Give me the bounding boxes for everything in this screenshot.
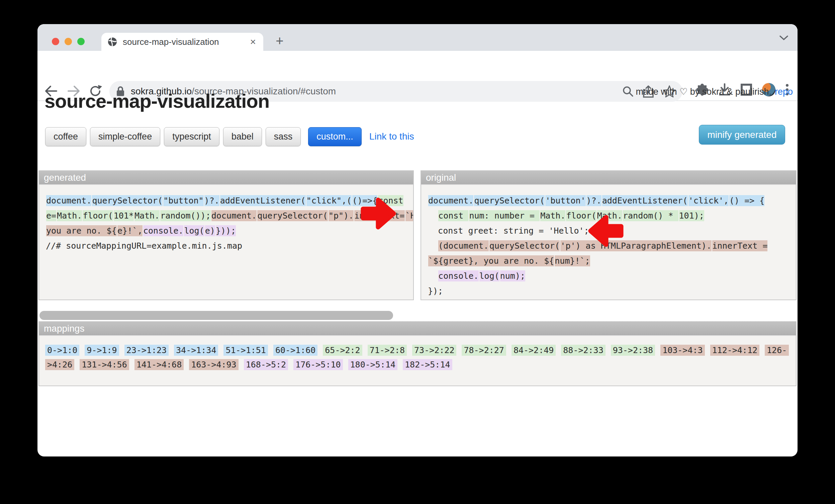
code-segment[interactable]: querySelector( [474,195,545,206]
mapping-chip[interactable]: 0->1:0 [45,345,79,356]
mapping-chip[interactable]: 71->2:8 [368,345,407,356]
code-segment[interactable]: e) [205,225,215,236]
code-segment[interactable]: num}!`; [555,255,590,266]
new-tab-button[interactable]: + [272,32,288,50]
zoom-magnifier-icon[interactable] [622,86,634,97]
code-segment[interactable]: 'button' [545,195,586,206]
mapping-chip[interactable]: 103->4:3 [660,345,705,356]
code-segment[interactable]: () => { [729,195,765,206]
tab-source-map-visualization[interactable]: source-map-visualization × [101,33,263,51]
code-segment[interactable]: e= [46,210,56,221]
code-segment[interactable]: num); [500,270,525,281]
mappings-row: 0->1:09->1:923->1:2334->1:3451->1:5160->… [45,345,790,356]
code-segment[interactable]: 'p') as HTMLParagraphElement). [561,240,712,251]
link-to-this[interactable]: Link to this [369,131,414,142]
code-segment[interactable]: "click",( [306,195,352,206]
mapping-chip[interactable]: 9->1:9 [85,345,119,356]
mapping-chip[interactable]: 163->4:93 [189,359,238,370]
code-segment[interactable]: log( [184,225,204,236]
minify-generated-button[interactable]: minify generated [699,125,785,145]
code-segment[interactable]: console. [438,270,478,281]
zoom-window-button[interactable] [77,38,85,45]
code-segment[interactable]: })); [216,225,236,236]
code-segment[interactable]: querySelector( [489,240,560,251]
mapping-chip[interactable]: 84->2:49 [511,345,556,356]
example-button-babel[interactable]: babel [223,127,262,146]
mapping-chip[interactable]: 93->2:38 [611,345,655,356]
tab-strip: source-map-visualization × + [38,24,797,51]
mapping-chip[interactable]: 78->2:27 [462,345,506,356]
example-button-custom[interactable]: custom... [308,127,362,146]
horizontal-scrollbar-thumb[interactable] [39,311,393,320]
code-segment[interactable]: addEventListener( [602,195,688,206]
code-segment[interactable]: console. [143,225,183,236]
code-segment[interactable]: addEventListener( [220,195,306,206]
close-window-button[interactable] [52,38,59,45]
browser-window: source-map-visualization × + sokra.gith [38,24,797,457]
code-segment[interactable]: Math. [540,210,565,221]
mappings-list: 0->1:09->1:923->1:2334->1:3451->1:5160->… [39,336,796,382]
code-line: //# sourceMappingURL=example.min.js.map [46,238,406,253]
mapping-chip[interactable]: 73->2:22 [412,345,456,356]
code-segment[interactable]: e}!`, [117,225,143,236]
code-segment[interactable]: 101* [114,210,134,221]
code-segment[interactable]: you are no. ${ [46,225,117,236]
code-segment[interactable]: num: number = [469,210,539,221]
close-tab-icon[interactable]: × [248,37,257,47]
mapping-chip[interactable]: 180->5:14 [348,359,398,370]
globe-favicon-icon [107,37,117,47]
code-text [428,270,438,281]
code-segment[interactable]: document. [211,210,257,221]
mapping-chip[interactable]: 141->4:68 [135,359,184,370]
mapping-chip[interactable]: 182->5:14 [403,359,452,370]
example-button-simple-coffee[interactable]: simple-coffee [90,127,160,146]
code-segment[interactable]: )?. [587,195,602,206]
code-segment[interactable]: (document. [438,240,489,251]
code-segment[interactable]: 'click', [689,195,729,206]
page-title: source-map-visualization [44,90,269,112]
code-segment[interactable]: random()); [160,210,211,221]
mapping-chip[interactable]: 60->1:60 [273,345,318,356]
code-segment[interactable]: `He [405,210,413,221]
code-segment[interactable]: floor( [83,210,113,221]
code-segment[interactable]: const [438,210,468,221]
example-button-sass[interactable]: sass [266,127,301,146]
mapping-chip[interactable]: >4:26 [45,359,74,370]
chevron-down-icon[interactable] [779,35,789,41]
code-line: }); [428,283,789,299]
mapping-chip[interactable]: 51->1:51 [223,345,268,356]
code-segment[interactable]: innerText = [712,240,768,251]
code-segment[interactable]: querySelector( [92,195,163,206]
code-line: document.querySelector('button')?.addEve… [428,193,789,208]
code-segment[interactable]: querySelector( [257,210,328,221]
code-segment[interactable]: document. [428,195,473,206]
example-button-typescript[interactable]: typescript [164,127,220,146]
generated-code[interactable]: document.querySelector("button")?.addEve… [39,185,413,261]
code-segment[interactable]: Math. [57,210,82,221]
mapping-chip[interactable]: 131->4:56 [80,359,129,370]
mapping-chip[interactable]: 168->5:2 [244,359,288,370]
code-line: you are no. ${e}!`,console.log(e)})); [46,223,406,238]
mapping-chip[interactable]: 34->1:34 [174,345,218,356]
code-segment[interactable]: "button" [163,195,203,206]
repo-link[interactable]: repo [775,87,793,97]
mapping-chip[interactable]: 126- [765,345,789,356]
example-button-coffee[interactable]: coffee [45,127,86,146]
mapping-chip[interactable]: 88->2:33 [561,345,605,356]
tab-title: source-map-visualization [123,37,248,47]
code-line: console.log(num); [428,268,789,283]
code-segment[interactable]: random() * [623,210,678,221]
minimize-window-button[interactable] [65,38,72,45]
code-segment[interactable]: document. [46,195,91,206]
code-segment[interactable]: log( [480,270,500,281]
mapping-chip[interactable]: 23->1:23 [124,345,169,356]
code-segment[interactable]: Math. [135,210,160,221]
mapping-chip[interactable]: 176->5:10 [293,359,343,370]
code-text: const greet: string = 'Hello'; [428,225,589,236]
mapping-chip[interactable]: 112->4:12 [710,345,759,356]
code-segment[interactable]: `${greet}, you are no. ${ [428,255,554,266]
code-segment[interactable]: )?. [204,195,220,206]
mapping-chip[interactable]: 65->2:2 [323,345,362,356]
code-segment[interactable]: 101); [679,210,704,221]
code-segment[interactable]: "p"). [328,210,353,221]
